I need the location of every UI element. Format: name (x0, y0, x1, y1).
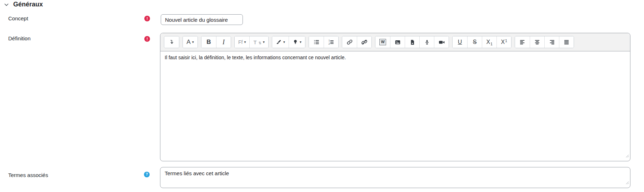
insert-media-button[interactable] (405, 36, 419, 48)
image-icon (394, 39, 401, 46)
font-family-button[interactable]: Ff ▾ (235, 36, 249, 48)
underline-button[interactable]: U (453, 36, 467, 48)
video-camera-icon (438, 39, 445, 46)
italic-button[interactable]: I (216, 36, 231, 48)
help-icon[interactable]: ? (144, 172, 150, 177)
chevron-down-icon (4, 2, 9, 7)
required-icon: ! (144, 16, 150, 21)
align-left-button[interactable] (515, 36, 530, 48)
superscript-button[interactable]: X1 (496, 36, 511, 48)
bold-button[interactable]: B (201, 36, 216, 48)
definition-text: Il faut saisir ici, la définition, le te… (165, 55, 346, 60)
chevron-down-icon: ▾ (300, 40, 301, 44)
text-color-button[interactable]: ▾ (272, 36, 289, 48)
unordered-list-button[interactable] (309, 36, 324, 48)
concept-input[interactable] (161, 14, 243, 25)
svg-text:1: 1 (329, 39, 330, 42)
highlight-color-button[interactable]: ▾ (289, 36, 305, 48)
unordered-list-icon (313, 39, 320, 45)
definition-label: Définition (8, 35, 31, 42)
lightbulb-icon (293, 39, 298, 45)
paragraph-styles-button[interactable]: A ▾ (183, 36, 198, 48)
record-audio-button[interactable] (419, 36, 434, 48)
word-import-button[interactable]: W (375, 36, 390, 48)
chevron-down-icon: ▾ (263, 40, 265, 44)
section-title: Généraux (13, 1, 43, 8)
chevron-down-icon: ▾ (283, 40, 285, 44)
paintbrush-icon (276, 39, 282, 45)
strikethrough-button[interactable]: S (467, 36, 482, 48)
aliases-field-wrapper: Termes liés avec cet article (160, 167, 630, 188)
unlink-button[interactable] (357, 36, 371, 48)
collapse-toolbar-button[interactable] (164, 36, 179, 48)
required-icon: ! (144, 36, 150, 42)
justify-icon (563, 39, 570, 45)
word-document-icon: W (379, 39, 386, 45)
up-down-arrows-icon: ⇅ (259, 41, 261, 45)
insert-image-button[interactable] (390, 36, 405, 48)
subscript-button[interactable]: X1 (482, 36, 496, 48)
ordered-list-icon: 1 2 (328, 39, 334, 45)
media-file-icon (409, 39, 415, 45)
record-video-button[interactable] (434, 36, 449, 48)
chevron-down-icon: ▾ (192, 40, 194, 44)
align-center-button[interactable] (530, 36, 544, 48)
align-right-button[interactable] (544, 36, 559, 48)
resize-handle[interactable] (625, 153, 629, 160)
align-left-icon (519, 39, 526, 45)
collapse-toolbar-icon (169, 39, 175, 45)
link-button[interactable] (342, 36, 357, 48)
svg-text:2: 2 (329, 42, 330, 45)
aliases-label: Termes associés (8, 172, 48, 179)
link-icon (346, 39, 353, 45)
chevron-down-icon: ▾ (244, 40, 246, 44)
concept-label: Concept (8, 15, 28, 22)
font-size-button[interactable]: T⇅ ▾ (249, 36, 268, 48)
definition-rich-text-editor: A ▾ B I Ff ▾ T⇅ ▾ (160, 33, 630, 161)
microphone-icon (424, 39, 430, 45)
editor-toolbar: A ▾ B I Ff ▾ T⇅ ▾ (160, 33, 630, 51)
section-header-generaux[interactable]: Généraux (4, 1, 43, 8)
definition-text-area[interactable]: Il faut saisir ici, la définition, le te… (160, 51, 630, 161)
ordered-list-button[interactable]: 1 2 (324, 36, 338, 48)
align-center-icon (534, 39, 540, 45)
align-right-icon (549, 39, 555, 45)
aliases-textarea[interactable]: Termes liés avec cet article (160, 167, 630, 188)
unlink-icon (361, 39, 368, 45)
resize-handle[interactable] (625, 180, 629, 186)
justify-button[interactable] (559, 36, 574, 48)
